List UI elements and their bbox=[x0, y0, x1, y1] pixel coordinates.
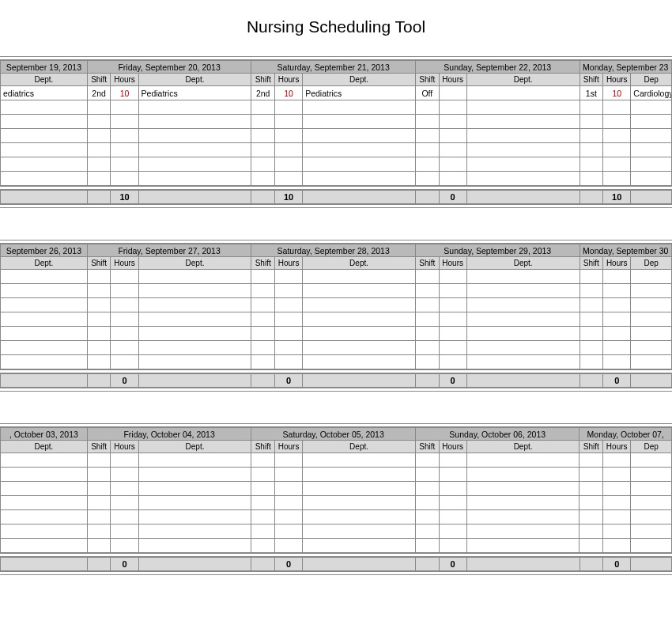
hours-cell[interactable] bbox=[439, 270, 466, 284]
dept-cell[interactable] bbox=[138, 524, 251, 539]
dept-cell[interactable] bbox=[466, 270, 580, 284]
shift-cell[interactable] bbox=[87, 355, 111, 369]
shift-cell[interactable] bbox=[251, 298, 275, 312]
hours-cell[interactable] bbox=[275, 312, 303, 327]
hours-cell[interactable] bbox=[603, 284, 631, 298]
dept-cell[interactable] bbox=[631, 341, 672, 355]
hours-cell[interactable] bbox=[111, 100, 138, 115]
dept-cell[interactable] bbox=[466, 510, 580, 524]
hours-cell[interactable] bbox=[603, 496, 631, 510]
dept-cell[interactable] bbox=[1, 482, 88, 496]
shift-cell[interactable] bbox=[87, 100, 111, 115]
dept-cell[interactable] bbox=[303, 496, 416, 510]
dept-cell[interactable] bbox=[466, 100, 580, 115]
shift-cell[interactable] bbox=[580, 453, 603, 468]
hours-cell[interactable] bbox=[111, 510, 138, 524]
hours-cell[interactable] bbox=[603, 143, 631, 157]
shift-cell[interactable] bbox=[87, 284, 111, 298]
shift-cell[interactable] bbox=[251, 453, 275, 468]
shift-cell[interactable] bbox=[251, 284, 275, 298]
hours-cell[interactable] bbox=[439, 115, 466, 129]
shift-cell[interactable] bbox=[415, 129, 439, 143]
dept-cell[interactable] bbox=[303, 341, 416, 355]
dept-cell[interactable] bbox=[303, 312, 416, 327]
hours-cell[interactable] bbox=[111, 284, 138, 298]
shift-cell[interactable] bbox=[251, 143, 275, 157]
shift-cell[interactable] bbox=[580, 298, 603, 312]
dept-cell[interactable] bbox=[303, 157, 416, 172]
hours-cell[interactable] bbox=[439, 284, 466, 298]
shift-cell[interactable] bbox=[415, 453, 439, 468]
shift-cell[interactable] bbox=[251, 157, 275, 172]
dept-cell[interactable]: Cardiology bbox=[631, 86, 672, 100]
shift-cell[interactable]: 2nd bbox=[251, 86, 275, 100]
dept-cell[interactable] bbox=[138, 327, 251, 341]
shift-cell[interactable] bbox=[580, 115, 603, 129]
dept-cell[interactable] bbox=[138, 172, 251, 186]
dept-cell[interactable] bbox=[631, 143, 672, 157]
hours-cell[interactable] bbox=[439, 86, 466, 100]
shift-cell[interactable] bbox=[251, 496, 275, 510]
dept-cell[interactable] bbox=[466, 327, 580, 341]
shift-cell[interactable] bbox=[87, 453, 111, 468]
shift-cell[interactable] bbox=[415, 510, 439, 524]
hours-cell[interactable] bbox=[603, 453, 631, 468]
hours-cell[interactable] bbox=[275, 284, 303, 298]
dept-cell[interactable] bbox=[303, 100, 416, 115]
shift-cell[interactable] bbox=[415, 496, 439, 510]
shift-cell[interactable] bbox=[415, 270, 439, 284]
shift-cell[interactable] bbox=[415, 539, 439, 553]
dept-cell[interactable] bbox=[138, 298, 251, 312]
dept-cell[interactable] bbox=[631, 129, 672, 143]
dept-cell[interactable] bbox=[466, 115, 580, 129]
shift-cell[interactable] bbox=[87, 341, 111, 355]
hours-cell[interactable] bbox=[439, 453, 466, 468]
shift-cell[interactable] bbox=[87, 270, 111, 284]
hours-cell[interactable] bbox=[603, 510, 631, 524]
shift-cell[interactable] bbox=[87, 524, 111, 539]
dept-cell[interactable] bbox=[1, 129, 88, 143]
dept-cell[interactable] bbox=[466, 298, 580, 312]
dept-cell[interactable] bbox=[303, 482, 416, 496]
hours-cell[interactable] bbox=[111, 157, 138, 172]
shift-cell[interactable] bbox=[87, 510, 111, 524]
dept-cell[interactable] bbox=[138, 312, 251, 327]
hours-cell[interactable] bbox=[275, 100, 303, 115]
dept-cell[interactable] bbox=[1, 453, 88, 468]
dept-cell[interactable] bbox=[631, 298, 672, 312]
dept-cell[interactable] bbox=[1, 298, 88, 312]
hours-cell[interactable] bbox=[275, 482, 303, 496]
dept-cell[interactable] bbox=[631, 510, 672, 524]
hours-cell[interactable] bbox=[275, 510, 303, 524]
shift-cell[interactable] bbox=[251, 524, 275, 539]
hours-cell[interactable] bbox=[439, 355, 466, 369]
shift-cell[interactable] bbox=[580, 143, 603, 157]
hours-cell[interactable] bbox=[603, 115, 631, 129]
hours-cell[interactable] bbox=[603, 100, 631, 115]
shift-cell[interactable] bbox=[251, 270, 275, 284]
dept-cell[interactable] bbox=[631, 355, 672, 369]
shift-cell[interactable] bbox=[87, 312, 111, 327]
shift-cell[interactable] bbox=[580, 496, 603, 510]
shift-cell[interactable] bbox=[580, 157, 603, 172]
dept-cell[interactable] bbox=[1, 115, 88, 129]
dept-cell[interactable] bbox=[1, 524, 88, 539]
dept-cell[interactable] bbox=[1, 157, 88, 172]
hours-cell[interactable] bbox=[439, 143, 466, 157]
hours-cell[interactable]: 10 bbox=[275, 86, 303, 100]
dept-cell[interactable] bbox=[1, 172, 88, 186]
dept-cell[interactable] bbox=[303, 115, 416, 129]
shift-cell[interactable] bbox=[580, 327, 603, 341]
dept-cell[interactable] bbox=[631, 453, 672, 468]
dept-cell[interactable]: ediatrics bbox=[1, 86, 88, 100]
shift-cell[interactable] bbox=[580, 100, 603, 115]
shift-cell[interactable] bbox=[251, 482, 275, 496]
hours-cell[interactable] bbox=[275, 157, 303, 172]
hours-cell[interactable] bbox=[439, 496, 466, 510]
dept-cell[interactable] bbox=[1, 100, 88, 115]
hours-cell[interactable] bbox=[111, 496, 138, 510]
dept-cell[interactable] bbox=[138, 115, 251, 129]
hours-cell[interactable] bbox=[439, 312, 466, 327]
hours-cell[interactable] bbox=[111, 129, 138, 143]
dept-cell[interactable] bbox=[1, 270, 88, 284]
